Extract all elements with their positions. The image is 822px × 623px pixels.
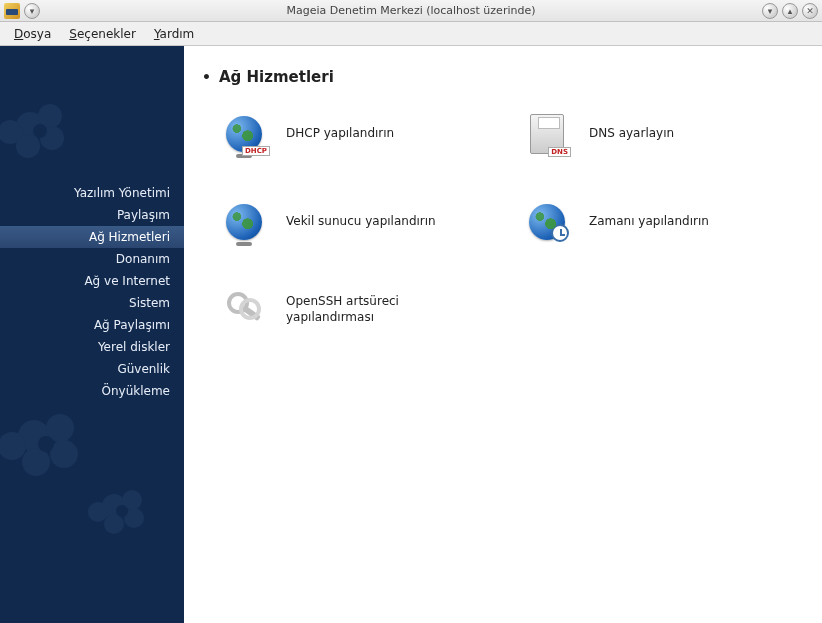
menu-help[interactable]: Yardım (146, 24, 202, 44)
sidebar-item-label: Yerel diskler (98, 340, 170, 354)
sidebar-nav: Yazılım Yönetimi Paylaşım Ağ Hizmetleri … (0, 182, 184, 402)
tile-label: DHCP yapılandırın (286, 126, 394, 142)
sidebar-item-network-services[interactable]: Ağ Hizmetleri (0, 226, 184, 248)
svg-point-5 (33, 124, 47, 138)
minimize-button[interactable]: ▾ (762, 3, 778, 19)
app-icon (4, 3, 20, 19)
menu-options[interactable]: Seçenekler (61, 24, 144, 44)
sidebar-item-software[interactable]: Yazılım Yönetimi (0, 182, 184, 204)
tiles-grid: DHCP DHCP yapılandırın DNS DNS ayarlayın… (218, 108, 804, 336)
svg-point-15 (104, 514, 124, 534)
tile-label: OpenSSH artsüreci yapılandırması (286, 294, 466, 325)
dns-server-icon: DNS (523, 110, 571, 158)
sidebar-item-label: Ağ ve Internet (84, 274, 170, 288)
content-pane: • Ağ Hizmetleri DHCP DHCP yapılandırın D… (184, 46, 822, 623)
menu-file[interactable]: Dosya (6, 24, 59, 44)
sidebar-item-label: Paylaşım (117, 208, 170, 222)
svg-point-17 (116, 505, 128, 517)
tile-label: DNS ayarlayın (589, 126, 674, 142)
globe-clock-icon (523, 198, 571, 246)
sidebar-item-label: Önyükleme (102, 384, 171, 398)
globe-dhcp-icon: DHCP (220, 110, 268, 158)
page-title: Ağ Hizmetleri (219, 68, 334, 86)
svg-point-16 (88, 502, 108, 522)
sidebar-item-network-sharing[interactable]: Ağ Paylaşımı (0, 314, 184, 336)
sidebar-item-label: Ağ Hizmetleri (89, 230, 170, 244)
sidebar-item-hardware[interactable]: Donanım (0, 248, 184, 270)
sidebar-item-local-disks[interactable]: Yerel diskler (0, 336, 184, 358)
tile-label: Vekil sunucu yapılandırın (286, 214, 436, 230)
window-menu-button[interactable]: ▾ (24, 3, 40, 19)
sidebar-item-system[interactable]: Sistem (0, 292, 184, 314)
sidebar-item-security[interactable]: Güvenlik (0, 358, 184, 380)
sidebar-item-boot[interactable]: Önyükleme (0, 380, 184, 402)
tile-dns[interactable]: DNS DNS ayarlayın (521, 108, 804, 160)
svg-point-9 (22, 448, 50, 476)
sidebar-item-sharing[interactable]: Paylaşım (0, 204, 184, 226)
svg-point-11 (38, 436, 54, 452)
tile-dhcp[interactable]: DHCP DHCP yapılandırın (218, 108, 501, 160)
sidebar-item-label: Güvenlik (117, 362, 170, 376)
tile-proxy[interactable]: Vekil sunucu yapılandırın (218, 196, 501, 248)
sidebar-item-label: Donanım (116, 252, 170, 266)
window-title: Mageia Denetim Merkezi (localhost üzerin… (0, 4, 822, 17)
sidebar-item-label: Sistem (129, 296, 170, 310)
sidebar-item-label: Ağ Paylaşımı (94, 318, 170, 332)
svg-point-8 (50, 440, 78, 468)
sidebar-item-network-internet[interactable]: Ağ ve Internet (0, 270, 184, 292)
bullet-icon: • (202, 69, 211, 85)
menubar: Dosya Seçenekler Yardım (0, 22, 822, 46)
tile-label: Zamanı yapılandırın (589, 214, 709, 230)
tile-time[interactable]: Zamanı yapılandırın (521, 196, 804, 248)
keys-icon (220, 286, 268, 334)
tile-ssh[interactable]: OpenSSH artsüreci yapılandırması (218, 284, 501, 336)
maximize-button[interactable]: ▴ (782, 3, 798, 19)
globe-proxy-icon (220, 198, 268, 246)
page-heading: • Ağ Hizmetleri (202, 68, 804, 86)
titlebar: ▾ Mageia Denetim Merkezi (localhost üzer… (0, 0, 822, 22)
main-area: Yazılım Yönetimi Paylaşım Ağ Hizmetleri … (0, 46, 822, 623)
flower-decoration-icon (0, 396, 154, 556)
sidebar-item-label: Yazılım Yönetimi (74, 186, 170, 200)
sidebar: Yazılım Yönetimi Paylaşım Ağ Hizmetleri … (0, 46, 184, 623)
close-button[interactable]: ✕ (802, 3, 818, 19)
